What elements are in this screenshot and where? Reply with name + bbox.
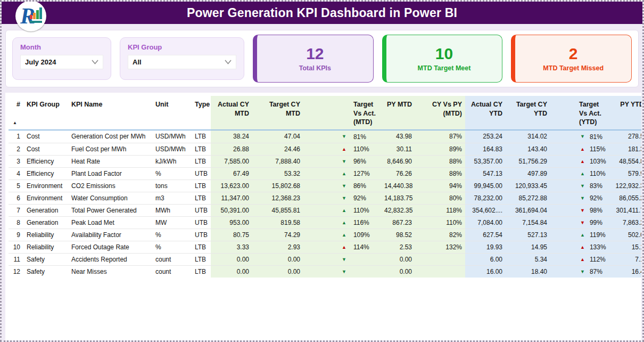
cell-tgt_mtd: 819.58: [252, 216, 303, 229]
cell-name: Near Misses: [68, 265, 152, 278]
kpi-table-row: 7GenerationTotal Power GeneratedMWhUTB50…: [9, 204, 641, 216]
kpi-table-row: 11SafetyAccidents ReportedcountLTB0.000.…: [9, 253, 641, 265]
cell-cy_vs_py_mtd: 88%: [415, 155, 465, 167]
total-kpis-value: 12: [306, 45, 324, 62]
company-logo-icon: R: [15, 1, 46, 31]
month-dropdown[interactable]: July 2024: [20, 55, 103, 69]
cell-act_ytd: 627.54: [465, 229, 506, 241]
mtd-target-missed-label: MTD Target Missed: [543, 64, 604, 72]
cell-tva_ytd-pct: 115%: [590, 145, 606, 153]
cell-n: 9: [9, 229, 23, 241]
column-header-py-ytd[interactable]: PY YTD: [610, 96, 641, 130]
kpi-group-dropdown[interactable]: All: [128, 55, 236, 69]
cell-unit: MW: [152, 216, 192, 229]
filter-bar: Month July 2024 KPI Group All 12 Total K…: [5, 30, 639, 87]
cell-unit: count: [152, 265, 192, 278]
cell-tgt_mtd: 15,802.68: [252, 180, 303, 192]
mtd-target-meet-card: 10 MTD Target Meet: [382, 35, 503, 83]
cell-tva_mtd-pct: 92%: [353, 194, 366, 202]
arrow-down-icon: ▼: [580, 270, 585, 274]
mtd-target-meet-value: 10: [435, 45, 453, 62]
cell-tva_ytd: ▲110%: [550, 167, 610, 180]
cell-name: Peak Load Met: [68, 216, 152, 229]
cell-type: LTB: [192, 155, 211, 167]
cell-py_ytd: 502.0: [610, 229, 641, 241]
cell-tva_mtd-pct: 110%: [353, 145, 369, 153]
arrow-down-icon: ▼: [342, 196, 346, 201]
column-header-target-vs-act-mtd[interactable]: Target Vs Act. (MTD): [303, 96, 381, 130]
column-header-target-cy-mtd[interactable]: Target CY MTD: [252, 96, 303, 130]
cell-py_mtd: 8,646.90: [381, 155, 415, 167]
kpi-table-row: 3EfficiencyHeat RatekJ/kWhLTB7,585.007,8…: [9, 155, 641, 167]
cell-unit: %: [152, 229, 192, 241]
header-banner: R Power Generation KPI Dashboard in Powe…: [2, 2, 642, 24]
total-kpis-label: Total KPIs: [299, 64, 331, 72]
cell-type: UTB: [192, 216, 211, 229]
cell-type: UTB: [192, 204, 211, 216]
cell-tva_ytd-pct: 92%: [590, 194, 602, 202]
column-header-index[interactable]: #▲: [9, 96, 23, 130]
cell-tva_mtd-pct: 116%: [353, 219, 369, 226]
column-header-target-vs-act-ytd[interactable]: Target Vs Act. (YTD): [550, 96, 610, 130]
cell-cy_vs_py_mtd: [415, 265, 465, 278]
cell-act_ytd: 164.83: [465, 143, 506, 155]
cell-act_ytd: 16.00: [465, 265, 506, 278]
arrow-down-icon: ▼: [342, 159, 346, 164]
cell-tva_ytd: ▲115%: [550, 143, 610, 155]
cell-py_mtd: 76.26: [381, 167, 415, 180]
cell-tva_ytd-pct: 83%: [590, 182, 602, 190]
cell-cy_vs_py_mtd: 87%: [415, 130, 465, 143]
column-header-type[interactable]: Type: [192, 96, 211, 130]
column-header-py-mtd[interactable]: PY MTD: [381, 96, 415, 130]
cell-tva_mtd: ▲110%: [303, 204, 381, 216]
column-header-kpi-group[interactable]: KPI Group: [23, 96, 68, 130]
column-header-target-cy-ytd[interactable]: Target CY YTD: [506, 96, 550, 130]
cell-tva_ytd: ▼81%: [550, 131, 610, 143]
page-title: Power Generation KPI Dashboard in Power …: [187, 6, 457, 20]
cell-tva_mtd: ▼86%: [303, 180, 381, 192]
cell-py_ytd: 16.4: [610, 265, 641, 278]
column-header-cy-vs-py-mtd[interactable]: CY Vs PY (MTD): [415, 96, 465, 130]
cell-n: 10: [9, 241, 23, 253]
kpi-table-area: #▲KPI GroupKPI NameUnitTypeActual CY MTD…: [5, 93, 641, 340]
cell-group: Efficiency: [23, 167, 68, 180]
column-header-unit[interactable]: Unit: [152, 96, 192, 130]
cell-tgt_ytd: 143.40: [506, 143, 550, 155]
cell-tva_ytd: ▼98%: [550, 204, 610, 216]
cell-type: UTB: [192, 229, 211, 241]
cell-py_mtd: 867.23: [381, 216, 415, 229]
cell-py_ytd: 122,932.3: [610, 180, 641, 192]
column-header-actual-cy-ytd[interactable]: Actual CY YTD: [465, 96, 506, 130]
cell-cy_vs_py_mtd: 82%: [415, 229, 465, 241]
cell-cy_vs_py_mtd: 94%: [415, 180, 465, 192]
arrow-down-icon: ▼: [580, 184, 585, 189]
cell-tva_mtd-pct: 114%: [353, 243, 369, 251]
cell-name: Accidents Reported: [68, 253, 152, 265]
cell-unit: USD/MWh: [152, 130, 192, 143]
cell-unit: USD/MWh: [152, 143, 192, 155]
kpi-table-row: 8GenerationPeak Load MetMWUTB953.00819.5…: [9, 216, 641, 229]
kpi-table-row: 10ReliabilityForced Outage Rate%LTB3.332…: [9, 241, 641, 253]
cell-py_mtd: 0.00: [381, 265, 415, 278]
column-header-actual-cy-mtd[interactable]: Actual CY MTD: [211, 96, 252, 130]
cell-type: LTB: [192, 192, 211, 204]
mtd-target-missed-card: 2 MTD Target Missed: [511, 35, 632, 83]
cell-group: Cost: [23, 143, 68, 155]
cell-act_mtd: 0.00: [211, 265, 252, 278]
cell-type: LTB: [192, 253, 211, 265]
cell-tva_ytd: ▼83%: [550, 180, 610, 192]
cell-py_mtd: 98.52: [381, 229, 415, 241]
arrow-up-icon: ▲: [580, 159, 585, 164]
cell-cy_vs_py_mtd: 80%: [415, 192, 465, 204]
cell-unit: tons: [152, 180, 192, 192]
kpi-table-row: 5EnvironmentCO2 EmissionstonsLTB13,623.0…: [9, 180, 641, 192]
cell-tgt_ytd: 497.89: [506, 167, 550, 180]
mtd-target-missed-value: 2: [569, 45, 578, 62]
arrow-down-icon: ▼: [342, 184, 346, 189]
cell-tva_mtd: ▲110%: [303, 143, 381, 155]
cell-py_ytd: 86,055.2: [610, 192, 641, 204]
column-header-kpi-name[interactable]: KPI Name: [68, 96, 152, 130]
cell-unit: kJ/kWh: [152, 155, 192, 167]
cell-tva_ytd-pct: 81%: [590, 133, 602, 141]
dashboard-page: R Power Generation KPI Dashboard in Powe…: [0, 0, 644, 342]
